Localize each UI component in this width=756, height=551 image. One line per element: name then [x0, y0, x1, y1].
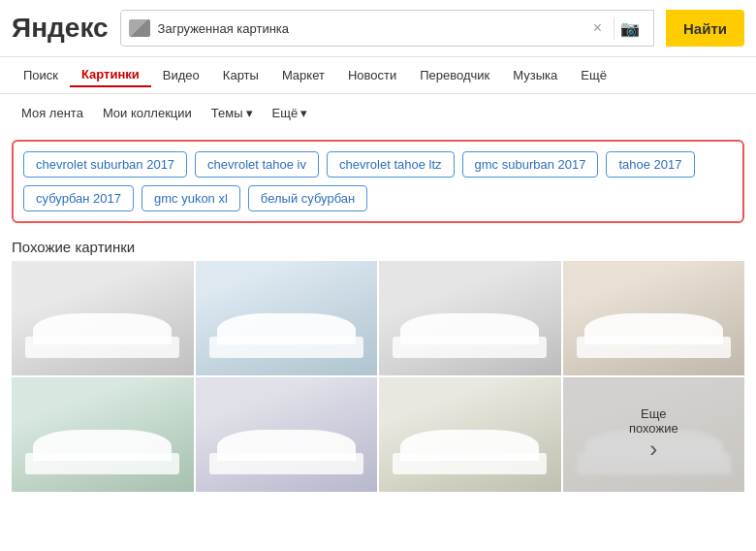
sub-navigation: Моя лента Мои коллекции Темы ▾ Ещё ▾ — [0, 94, 756, 132]
tag-tahoe-2017[interactable]: tahoe 2017 — [606, 151, 694, 178]
image-cell-1[interactable] — [12, 261, 194, 375]
image-cell-3[interactable] — [379, 261, 561, 375]
chevron-down-icon: ▾ — [246, 106, 253, 120]
image-cell-4[interactable] — [563, 261, 745, 375]
main-navigation: Поиск Картинки Видео Карты Маркет Новост… — [0, 57, 756, 94]
related-tags-container: chevrolet suburban 2017 chevrolet tahoe … — [12, 140, 744, 223]
tag-chevrolet-tahoe-iv[interactable]: chevrolet tahoe iv — [195, 151, 319, 178]
nav-item-market[interactable]: Маркет — [270, 64, 336, 86]
sub-nav-my-feed[interactable]: Моя лента — [12, 102, 93, 124]
image-cell-8-overlay[interactable]: Еще похожие › — [563, 377, 745, 492]
uploaded-image-thumbnail — [129, 19, 150, 37]
tag-white-suburban[interactable]: белый субурбан — [248, 185, 367, 211]
images-grid: Еще похожие › — [12, 261, 744, 492]
chevron-down-icon: ▾ — [300, 106, 307, 120]
yandex-logo: Яндекс — [12, 13, 109, 44]
images-row-1 — [12, 261, 744, 375]
search-button[interactable]: Найти — [666, 10, 744, 47]
more-similar-text-line1: Еще — [641, 406, 666, 421]
nav-item-music[interactable]: Музыка — [501, 64, 569, 86]
image-cell-6[interactable] — [196, 377, 378, 492]
image-cell-7[interactable] — [379, 377, 561, 492]
nav-item-maps[interactable]: Карты — [211, 64, 270, 86]
more-similar-text-line2: похожие — [629, 421, 678, 436]
nav-item-more[interactable]: Ещё — [569, 64, 618, 86]
more-similar-overlay[interactable]: Еще похожие › — [563, 377, 745, 492]
image-cell-5[interactable] — [12, 377, 194, 492]
sub-nav-more-dropdown[interactable]: Ещё ▾ — [263, 102, 318, 124]
camera-icon[interactable]: 📷 — [614, 17, 646, 40]
sub-nav-themes-dropdown[interactable]: Темы ▾ — [202, 102, 263, 124]
sub-nav-my-collections[interactable]: Мои коллекции — [93, 102, 202, 124]
nav-item-search[interactable]: Поиск — [12, 64, 70, 86]
search-query-label: Загруженная картинка — [158, 21, 582, 36]
nav-item-images[interactable]: Картинки — [70, 63, 151, 87]
tag-suburban-2017-ru[interactable]: субурбан 2017 — [23, 185, 134, 211]
header: Яндекс Загруженная картинка × 📷 Найти — [0, 0, 756, 57]
image-cell-2[interactable] — [196, 261, 378, 375]
similar-images-title: Похожие картинки — [0, 231, 756, 261]
nav-item-translate[interactable]: Переводчик — [408, 64, 501, 86]
more-similar-arrow-icon: › — [649, 436, 657, 463]
nav-item-video[interactable]: Видео — [151, 64, 211, 86]
tag-chevrolet-tahoe-ltz[interactable]: chevrolet tahoe ltz — [327, 151, 455, 178]
search-bar: Загруженная картинка × 📷 — [120, 10, 654, 47]
images-row-2: Еще похожие › — [12, 377, 744, 492]
clear-search-button[interactable]: × — [589, 17, 606, 39]
tag-chevrolet-suburban-2017[interactable]: chevrolet suburban 2017 — [23, 151, 187, 178]
tag-gmc-yukon-xl[interactable]: gmc yukon xl — [142, 185, 240, 211]
tag-gmc-suburban-2017[interactable]: gmc suburban 2017 — [462, 151, 599, 178]
nav-item-news[interactable]: Новости — [336, 64, 408, 86]
